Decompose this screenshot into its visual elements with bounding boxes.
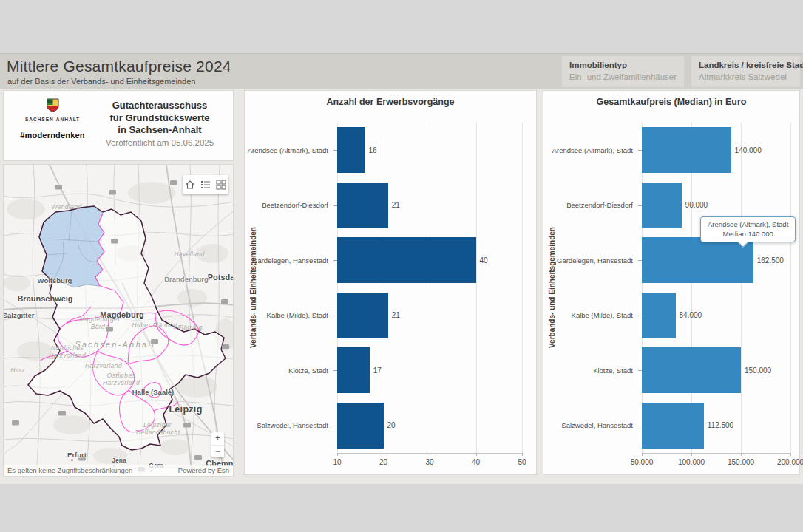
x-axis-line <box>337 453 522 454</box>
basemap-icon[interactable] <box>216 180 226 190</box>
city-label: Erfurt <box>67 451 87 459</box>
category-label: Arendsee (Altmark), Stadt <box>543 123 633 178</box>
city-label: Leipzig <box>169 404 202 415</box>
x-axis-line <box>642 453 790 454</box>
page-subtitle: auf der Basis der Verbands- und Einheits… <box>7 77 195 86</box>
city-label: Potsdam <box>208 273 234 282</box>
category-label: Arendsee (Altmark), Stadt <box>245 123 328 178</box>
chart-bar[interactable] <box>337 127 365 173</box>
x-tick-label: 10 <box>315 458 359 466</box>
chart-bar[interactable] <box>642 293 676 338</box>
region-label: Havelland <box>174 250 204 258</box>
region-label: Harz <box>10 366 25 374</box>
category-label: Kalbe (Milde), Stadt <box>245 288 328 344</box>
city-label: Jena <box>112 457 126 464</box>
map-panel[interactable]: WolfsburgBraunschweigSalzgitterMagdeburg… <box>3 164 234 477</box>
selector-value: Altmarkkreis Salzwedel <box>699 72 793 81</box>
x-tick-label: 50 <box>500 458 544 466</box>
city-label: Halle (Saale) <box>132 388 175 396</box>
chart-plot-area: 1020304050Arendsee (Altmark), Stadt16Bee… <box>245 91 536 474</box>
region-label: Harzvorland <box>85 362 122 369</box>
x-tickmark <box>522 453 523 456</box>
info-title-line: Gutachterausschuss <box>92 100 227 112</box>
x-tick-label: 200.000 <box>768 458 803 466</box>
region-label: Wendland <box>51 203 81 211</box>
zoom-in-button[interactable]: + <box>211 432 224 445</box>
selector-immobilientyp[interactable]: Immobilientyp Ein- und Zweifamilienhäuse… <box>562 56 684 87</box>
category-label: Gardelegen, Hansestadt <box>543 233 633 288</box>
map-attribution: Es gelten keine Zugriffsbeschränkungen P… <box>4 465 233 476</box>
value-label: 20 <box>387 398 396 454</box>
x-tick-label: 100.000 <box>669 458 714 466</box>
region-label: Nördliches Harzvorland <box>49 344 86 359</box>
category-label: Klötze, Stadt <box>245 343 328 398</box>
category-label: Klötze, Stadt <box>543 343 633 398</box>
chart-bar[interactable] <box>642 347 741 393</box>
city-marker-dot <box>71 459 73 461</box>
value-label: 40 <box>480 233 488 288</box>
logo-claim: #moderndenken <box>14 131 91 140</box>
tooltip-value: Median:140.000 <box>708 229 788 239</box>
zoom-control: + − <box>211 432 224 457</box>
x-gridline <box>790 123 791 453</box>
chart-bar[interactable] <box>642 403 704 449</box>
chart-bar[interactable] <box>337 403 384 449</box>
logo-block: SACHSEN-ANHALT #moderndenken <box>14 98 91 140</box>
chart-bar[interactable] <box>642 237 753 283</box>
x-tick-label: 150.000 <box>719 458 763 466</box>
region-label: Östliches Harzvorland <box>103 372 140 386</box>
x-gridline <box>384 123 384 453</box>
chart-gesamtkaufpreis-median: Gesamtkaufpreis (Median) in Euro Verband… <box>543 90 800 475</box>
x-gridline <box>430 123 430 453</box>
tooltip-category: Arendsee (Altmark), Stadt <box>708 219 788 229</box>
dashboard: Mittlere Gesamtkaufpreise 2024 auf der B… <box>0 53 803 484</box>
logo-wordmark: SACHSEN-ANHALT <box>14 117 91 122</box>
x-tick-label: 20 <box>362 458 406 466</box>
chart-bar[interactable] <box>337 183 388 228</box>
chart-tooltip: Arendsee (Altmark), Stadt Median:140.000 <box>700 216 796 242</box>
category-label: Kalbe (Milde), Stadt <box>543 288 633 344</box>
region-label: Magdeburger Börde <box>80 316 121 330</box>
x-tick-label: 40 <box>454 458 498 466</box>
x-tick-label: 50.000 <box>620 458 664 466</box>
selector-value: Ein- und Zweifamilienhäuser <box>569 72 677 81</box>
chart-bar[interactable] <box>642 127 731 173</box>
selector-label: Immobilientyp <box>569 61 677 69</box>
city-label: Salzgitter <box>3 311 34 319</box>
city-marker-dot <box>49 284 51 287</box>
region-label: Hoher Fläming <box>132 321 177 329</box>
selector-landkreis[interactable]: Landkreis / kreisfreie Stadt Altmarkkrei… <box>691 56 800 87</box>
selector-label: Landkreis / kreisfreie Stadt <box>699 61 793 69</box>
header: Mittlere Gesamtkaufpreise 2024 auf der B… <box>0 53 803 89</box>
powered-by-esri-link[interactable]: Powered by Esri <box>178 466 229 474</box>
chart-bar[interactable] <box>337 293 388 338</box>
x-tick-label: 30 <box>407 458 452 466</box>
value-label: 140.000 <box>735 123 762 178</box>
value-label: 17 <box>373 343 382 398</box>
region-label: Sachsen-Anhalt <box>75 341 155 348</box>
x-gridline <box>476 123 477 453</box>
chart-bar[interactable] <box>337 237 476 283</box>
map-labels-layer: WolfsburgBraunschweigSalzgitterMagdeburg… <box>4 165 234 477</box>
category-label: Beetzendorf-Diesdorf <box>245 178 328 233</box>
city-label: Wolfsburg <box>38 276 72 284</box>
chart-plot-area: 50.000100.000150.000200.000Arendsee (Alt… <box>543 91 799 474</box>
city-label: Braunschweig <box>17 294 72 303</box>
info-title-line: für Grundstückswerte <box>92 112 227 125</box>
info-card-title: Gutachterausschuss für Grundstückswerte … <box>92 100 227 137</box>
chart-bar[interactable] <box>642 183 682 228</box>
chart-bar[interactable] <box>337 347 370 393</box>
page-title: Mittlere Gesamtkaufpreise 2024 <box>7 58 231 75</box>
chart-anzahl-erwerbsvorgaenge: Anzahl der Erwerbsvorgänge Verbands- und… <box>244 90 537 475</box>
home-icon[interactable] <box>185 180 195 190</box>
value-label: 150.000 <box>745 343 771 398</box>
info-card: SACHSEN-ANHALT #moderndenken Gutachterau… <box>3 90 234 161</box>
category-label: Gardelegen, Hansestadt <box>245 233 328 288</box>
zoom-out-button[interactable]: − <box>211 445 224 458</box>
x-tickmark <box>790 453 791 456</box>
category-label: Beetzendorf-Diesdorf <box>543 178 633 233</box>
published-date: Veröffentlicht am 05.06.2025 <box>92 138 227 147</box>
value-label: 16 <box>369 123 377 178</box>
map-toolbar <box>183 175 228 194</box>
legend-icon[interactable] <box>200 180 211 190</box>
